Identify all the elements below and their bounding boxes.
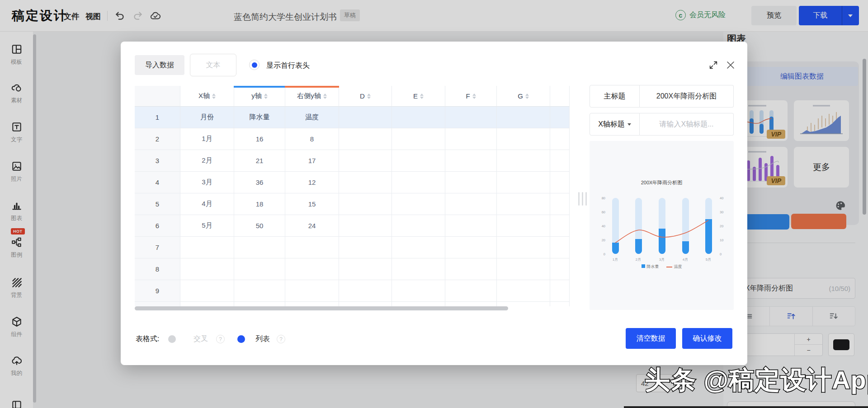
- table-cell[interactable]: [285, 258, 339, 280]
- table-cell[interactable]: 3: [135, 150, 180, 172]
- table-cell[interactable]: [234, 237, 285, 258]
- list-format-radio[interactable]: [237, 335, 245, 343]
- sort-arrows-icon[interactable]: [323, 94, 327, 99]
- table-cell[interactable]: [392, 258, 445, 280]
- table-cell[interactable]: [497, 107, 550, 128]
- table-cell[interactable]: 36: [234, 172, 285, 193]
- table-cell[interactable]: [550, 150, 570, 172]
- table-cell[interactable]: [135, 86, 180, 107]
- table-cell[interactable]: [445, 280, 497, 302]
- table-cell[interactable]: 7: [135, 237, 180, 258]
- table-cell[interactable]: [497, 193, 550, 215]
- table-cell[interactable]: [339, 193, 392, 215]
- table-cell[interactable]: [550, 258, 570, 280]
- table-cell[interactable]: [180, 258, 234, 280]
- table-cell[interactable]: 4月: [180, 193, 234, 215]
- table-cell[interactable]: 5: [135, 193, 180, 215]
- cross-format-label[interactable]: 交叉: [193, 334, 208, 344]
- sort-arrows-icon[interactable]: [472, 94, 476, 99]
- table-cell[interactable]: [497, 128, 550, 150]
- table-cell[interactable]: [497, 150, 550, 172]
- table-cell[interactable]: [392, 128, 445, 150]
- table-cell[interactable]: [180, 237, 234, 258]
- close-icon[interactable]: [725, 60, 736, 70]
- table-cell[interactable]: [550, 237, 570, 258]
- text-mode-tab[interactable]: 文本: [190, 54, 236, 76]
- table-cell[interactable]: [339, 302, 392, 306]
- show-header-row-toggle[interactable]: [249, 60, 259, 70]
- help-icon[interactable]: ?: [216, 335, 225, 343]
- sort-arrows-icon[interactable]: [420, 94, 424, 99]
- x-axis-title-dropdown[interactable]: X轴标题: [590, 113, 640, 136]
- main-title-input[interactable]: 200X年降雨分析图: [640, 85, 734, 108]
- table-cell[interactable]: [445, 150, 497, 172]
- table-cell[interactable]: [550, 128, 570, 150]
- table-cell[interactable]: y轴: [234, 86, 285, 107]
- table-cell[interactable]: [339, 107, 392, 128]
- table-cell[interactable]: [445, 107, 497, 128]
- resize-grip[interactable]: [578, 192, 587, 206]
- table-cell[interactable]: [445, 172, 497, 193]
- table-cell[interactable]: 8: [285, 128, 339, 150]
- table-cell[interactable]: [339, 237, 392, 258]
- table-cell[interactable]: 9: [135, 280, 180, 302]
- table-cell[interactable]: D: [339, 86, 392, 107]
- table-cell[interactable]: 10: [135, 302, 180, 306]
- table-cell[interactable]: [392, 172, 445, 193]
- sort-arrows-icon[interactable]: [525, 94, 529, 99]
- sort-arrows-icon[interactable]: [367, 94, 371, 99]
- table-cell[interactable]: [392, 302, 445, 306]
- table-cell[interactable]: [285, 302, 339, 306]
- table-cell[interactable]: [445, 215, 497, 237]
- cross-format-radio[interactable]: [168, 335, 176, 343]
- table-cell[interactable]: [339, 128, 392, 150]
- table-cell[interactable]: 右侧y轴: [285, 86, 339, 107]
- table-cell[interactable]: 降水量: [234, 107, 285, 128]
- confirm-changes-button[interactable]: 确认修改: [682, 328, 732, 349]
- table-cell[interactable]: 1月: [180, 128, 234, 150]
- table-cell[interactable]: 12: [285, 172, 339, 193]
- table-cell[interactable]: 月份: [180, 107, 234, 128]
- table-cell[interactable]: 18: [234, 193, 285, 215]
- table-cell[interactable]: [339, 258, 392, 280]
- table-cell[interactable]: [497, 172, 550, 193]
- table-cell[interactable]: 4: [135, 172, 180, 193]
- table-cell[interactable]: E: [392, 86, 445, 107]
- table-cell[interactable]: 6: [135, 215, 180, 237]
- table-cell[interactable]: [285, 280, 339, 302]
- table-cell[interactable]: [234, 302, 285, 306]
- table-cell[interactable]: [445, 193, 497, 215]
- table-cell[interactable]: 温度: [285, 107, 339, 128]
- table-cell[interactable]: [550, 107, 570, 128]
- table-cell[interactable]: [497, 237, 550, 258]
- table-cell[interactable]: 3月: [180, 172, 234, 193]
- table-cell[interactable]: [234, 280, 285, 302]
- table-cell[interactable]: [445, 128, 497, 150]
- table-cell[interactable]: 17: [285, 150, 339, 172]
- table-cell[interactable]: [392, 237, 445, 258]
- import-data-button[interactable]: 导入数据: [135, 55, 184, 75]
- table-cell[interactable]: [392, 150, 445, 172]
- table-cell[interactable]: [550, 193, 570, 215]
- table-cell[interactable]: [180, 280, 234, 302]
- table-cell[interactable]: [285, 237, 339, 258]
- table-cell[interactable]: [550, 302, 570, 306]
- sort-arrows-icon[interactable]: [212, 94, 216, 99]
- table-cell[interactable]: [392, 280, 445, 302]
- table-cell[interactable]: [180, 302, 234, 306]
- table-cell[interactable]: 16: [234, 128, 285, 150]
- list-format-label[interactable]: 列表: [255, 334, 270, 344]
- help-icon[interactable]: ?: [277, 335, 285, 343]
- table-cell[interactable]: 21: [234, 150, 285, 172]
- table-cell[interactable]: [445, 258, 497, 280]
- sort-arrows-icon[interactable]: [264, 94, 268, 99]
- table-cell[interactable]: 5月: [180, 215, 234, 237]
- clear-data-button[interactable]: 清空数据: [626, 328, 676, 349]
- table-cell[interactable]: [339, 150, 392, 172]
- table-cell[interactable]: [392, 193, 445, 215]
- table-cell[interactable]: [339, 215, 392, 237]
- table-cell[interactable]: 50: [234, 215, 285, 237]
- table-cell[interactable]: 2: [135, 128, 180, 150]
- table-horizontal-scrollbar[interactable]: [135, 306, 508, 310]
- x-axis-title-input[interactable]: 请输入X轴标题...: [640, 113, 734, 136]
